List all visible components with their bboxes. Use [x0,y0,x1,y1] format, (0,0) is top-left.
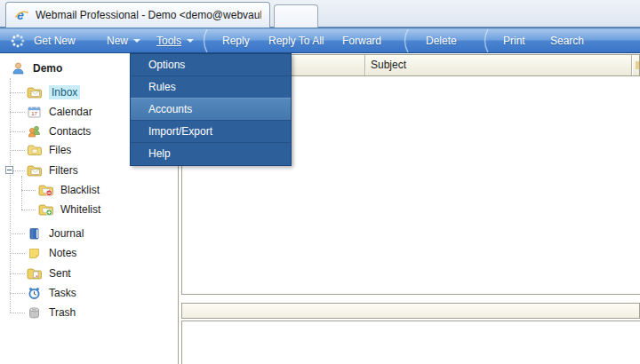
svg-text:17: 17 [31,111,37,116]
collapse-filters-toggle[interactable] [5,166,13,174]
column-divider[interactable] [364,55,366,75]
sidebar-item-trash[interactable]: Trash [27,303,76,322]
get-new-button[interactable]: Get New [34,29,76,52]
delete-button[interactable]: Delete [426,29,457,52]
sidebar-item-notes[interactable]: Notes [27,243,76,263]
folder-label: Trash [49,306,76,319]
folder-label: Filters [49,164,78,177]
menu-item-help[interactable]: Help [131,143,291,165]
chevron-down-icon [187,39,194,46]
sidebar-item-inbox[interactable]: Inbox [27,83,80,102]
browser-tab-active[interactable]: e Webmail Professional - Demo <demo@webv… [5,2,270,28]
folder-label: Calendar [49,106,92,118]
reply-button[interactable]: Reply [222,29,250,52]
menu-item-import-export[interactable]: Import/Export [131,121,291,143]
sidebar-item-files[interactable]: Files [27,140,71,160]
get-new-spinner-icon [11,34,25,48]
account-label: Demo [33,62,62,75]
folder-label: Contacts [49,125,91,138]
reply-to-all-button[interactable]: Reply To All [268,29,324,52]
notes-icon [27,246,42,260]
print-button[interactable]: Print [503,29,525,52]
sidebar-item-filters[interactable]: Filters [27,161,78,180]
toolbar-separator [480,29,491,52]
tools-button[interactable]: Tools [156,29,194,52]
sidebar-item-contacts[interactable]: Contacts [27,122,91,141]
column-divider[interactable] [631,55,633,75]
folder-label: Files [49,144,71,156]
folder-label: Sent [49,267,71,280]
alarm-clock-icon [27,286,42,300]
preview-pane-body[interactable] [181,320,640,364]
internet-explorer-icon: e [14,8,29,22]
webmail-window: e Webmail Professional - Demo <demo@webv… [0,0,640,364]
folder-label: Whitelist [60,203,100,216]
sidebar-item-whitelist[interactable]: Whitelist [38,200,100,219]
sidebar-item-journal[interactable]: Journal [27,224,84,243]
chevron-down-icon [133,39,140,46]
sidebar-item-account[interactable]: Demo [11,59,62,78]
tools-dropdown-menu: Options Rules Accounts Import/Export Hel… [130,53,292,166]
menu-item-rules[interactable]: Rules [131,76,291,99]
journal-icon [27,226,42,241]
folder-label: Notes [49,247,76,259]
browser-tab-new[interactable] [274,4,318,28]
tree-line [21,176,22,210]
sidebar-item-calendar[interactable]: 17 Calendar [27,102,92,122]
column-header-subject[interactable]: Subject [371,59,406,71]
search-button[interactable]: Search [550,29,584,52]
mail-folder-icon [27,85,42,99]
sidebar-item-blacklist[interactable]: Blacklist [38,180,100,200]
tab-title: Webmail Professional - Demo <demo@webvau… [36,9,261,21]
tree-line [10,78,11,313]
folder-label: Journal [49,227,84,240]
browser-tab-strip: e Webmail Professional - Demo <demo@webv… [0,0,640,28]
trash-icon [27,305,42,320]
next-column-icon-sliver [636,61,639,69]
sent-folder-icon [27,266,42,281]
sidebar-item-sent[interactable]: Sent [27,264,71,283]
menu-item-accounts[interactable]: Accounts [131,98,291,121]
toolbar-separator [400,29,411,52]
toolbar-separator [199,29,210,52]
folder-icon [27,143,42,157]
folder-label: Tasks [49,287,76,299]
whitelist-folder-icon [38,202,53,217]
mail-folder-icon [27,163,42,178]
mail-toolbar: Get New New Tools Reply Reply To All For… [0,28,640,53]
calendar-icon: 17 [27,105,42,119]
blacklist-folder-icon [38,183,53,197]
forward-button[interactable]: Forward [342,29,381,52]
menu-item-options[interactable]: Options [131,54,291,76]
folder-label: Blacklist [60,184,100,196]
contacts-icon [27,124,42,138]
user-icon [11,61,26,75]
new-button[interactable]: New [107,29,140,52]
preview-pane-header [181,303,640,319]
folder-label: Inbox [49,85,80,99]
sidebar-item-tasks[interactable]: Tasks [27,283,76,303]
